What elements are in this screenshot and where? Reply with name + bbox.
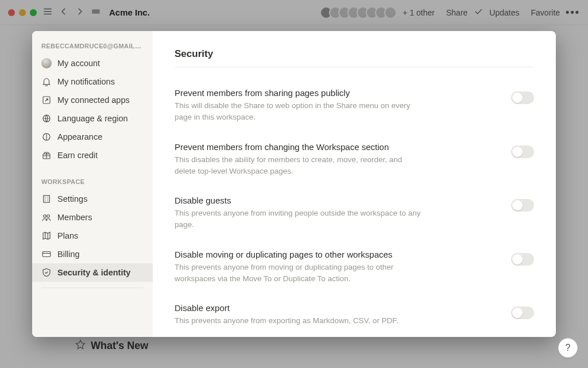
sidebar-item-members[interactable]: Members: [32, 208, 153, 227]
avatar-icon: [41, 58, 52, 68]
toggle-prevent-workspace-change[interactable]: [511, 145, 534, 158]
setting-title: Prevent members from sharing pages publi…: [175, 88, 500, 98]
toggle-disable-move-duplicate[interactable]: [511, 253, 534, 266]
gift-icon: [41, 150, 52, 160]
toggle-prevent-public-share[interactable]: [511, 91, 534, 104]
setting-prevent-public-share: Prevent members from sharing pages publi…: [175, 80, 534, 134]
sidebar-item-settings[interactable]: Settings: [32, 190, 153, 208]
setting-disable-guests: Disable guests This prevents anyone from…: [175, 187, 534, 241]
title-divider: [175, 67, 534, 67]
sidebar-item-label: Members: [57, 213, 92, 222]
setting-disable-export: Disable export This prevents anyone from…: [175, 295, 534, 337]
settings-dialog: REBECCAMDRUCE0@GMAIL… My account My noti…: [32, 31, 556, 337]
external-link-icon: [41, 95, 52, 105]
sidebar-item-label: Appearance: [57, 132, 102, 141]
panel-title: Security: [175, 48, 534, 60]
sidebar-heading-account: REBECCAMDRUCE0@GMAIL…: [32, 39, 153, 54]
sidebar-item-label: My connected apps: [57, 95, 130, 105]
sidebar-divider: [41, 288, 144, 288]
settings-sidebar: REBECCAMDRUCE0@GMAIL… My account My noti…: [32, 31, 153, 337]
svg-rect-8: [42, 252, 51, 257]
sidebar-item-connected-apps[interactable]: My connected apps: [32, 91, 153, 109]
svg-point-6: [44, 215, 47, 218]
svg-point-7: [47, 215, 50, 218]
sidebar-item-my-account[interactable]: My account: [32, 54, 153, 72]
sidebar-item-billing[interactable]: Billing: [32, 245, 153, 263]
svg-rect-5: [44, 195, 50, 202]
sidebar-heading-workspace: WORKSPACE: [32, 175, 153, 190]
bell-icon: [41, 76, 52, 87]
setting-prevent-workspace-change: Prevent members from changing the Worksp…: [175, 134, 534, 188]
shield-icon: [41, 267, 52, 278]
sidebar-item-label: Billing: [57, 250, 80, 259]
toggle-disable-guests[interactable]: [511, 199, 534, 212]
sidebar-item-earn-credit[interactable]: Earn credit: [32, 146, 153, 164]
sidebar-item-label: Language & region: [57, 114, 128, 123]
setting-title: Disable guests: [175, 195, 500, 205]
sidebar-item-label: Settings: [57, 194, 87, 204]
members-icon: [41, 212, 52, 223]
globe-icon: [41, 113, 52, 124]
settings-main-panel: Security Prevent members from sharing pa…: [153, 31, 556, 337]
toggle-disable-export[interactable]: [511, 306, 534, 319]
setting-desc: This prevents anyone from exporting as M…: [175, 315, 421, 327]
setting-desc: This will disable the Share to web optio…: [175, 100, 421, 124]
setting-title: Disable export: [175, 303, 500, 313]
card-icon: [41, 249, 52, 259]
setting-title: Prevent members from changing the Worksp…: [175, 142, 500, 152]
sidebar-item-appearance[interactable]: Appearance: [32, 128, 153, 146]
sidebar-item-label: My notifications: [57, 77, 115, 86]
sidebar-item-my-notifications[interactable]: My notifications: [32, 72, 153, 91]
sidebar-item-label: Earn credit: [57, 151, 98, 160]
setting-title: Disable moving or duplicating pages to o…: [175, 250, 500, 259]
setting-desc: This prevents anyone from inviting peopl…: [175, 208, 421, 231]
sidebar-item-label: My account: [57, 59, 100, 68]
setting-disable-move-duplicate: Disable moving or duplicating pages to o…: [175, 241, 534, 296]
setting-desc: This prevents anyone from moving or dupl…: [175, 262, 421, 285]
setting-desc: This disables the ability for members to…: [175, 154, 421, 178]
map-icon: [41, 231, 52, 241]
sidebar-item-security-identity[interactable]: Security & identity: [32, 263, 153, 282]
help-button[interactable]: ?: [558, 338, 578, 358]
building-icon: [41, 194, 52, 204]
sidebar-item-label: Security & identity: [57, 268, 130, 277]
sidebar-item-language-region[interactable]: Language & region: [32, 109, 153, 128]
sidebar-item-plans[interactable]: Plans: [32, 227, 153, 245]
sidebar-item-label: Plans: [57, 231, 78, 240]
moon-icon: [41, 132, 52, 142]
